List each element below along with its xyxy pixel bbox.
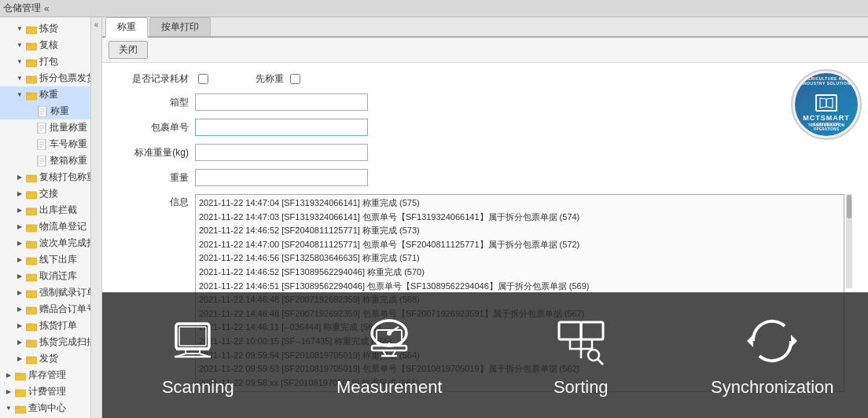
- record-material-checkbox[interactable]: [198, 74, 208, 84]
- folder-icon: [25, 73, 38, 84]
- sorting-label: Sorting: [554, 377, 609, 398]
- tree-item-label: 出库拦截: [39, 204, 77, 217]
- sidebar-item-sb-22[interactable]: ▶库存管理: [0, 367, 90, 383]
- folder-icon: [25, 337, 38, 348]
- expander-icon: ▶: [14, 354, 25, 365]
- tree-item-label: 取消迁库: [39, 270, 77, 283]
- svg-rect-3: [26, 43, 31, 46]
- overlay-item-synchronization[interactable]: Synchronization: [693, 313, 851, 398]
- svg-point-83: [588, 350, 599, 361]
- svg-marker-86: [747, 335, 753, 347]
- tree-item-label: 车号称重: [50, 138, 87, 151]
- expander-icon: ▶: [14, 271, 25, 282]
- package-no-input[interactable]: [195, 119, 368, 136]
- sidebar-item-sb-12[interactable]: ▶出库拦截: [0, 202, 90, 218]
- sidebar-item-sb-1[interactable]: ▼拣货: [0, 20, 90, 37]
- info-line: 2021-11-22 14:47:03 [SF1319324066141] 包票…: [199, 211, 840, 225]
- main-layout: ▼拣货▼复核▼打包▼拆分包票发货▼称重称重批量称重车号称重整箱称重▶复核打包称重…: [0, 17, 868, 418]
- folder-icon: [25, 271, 38, 282]
- sidebar-item-sb-18[interactable]: ▶赠品合订单号入: [0, 301, 90, 317]
- synchronization-icon: [744, 313, 800, 369]
- weight-input[interactable]: [195, 169, 368, 186]
- tree-item-label: 称重: [39, 88, 58, 101]
- top-bar: 仓储管理 «: [0, 0, 868, 17]
- tree-item-label: 整箱称重: [50, 154, 87, 167]
- sidebar-item-sb-10[interactable]: ▶复核打包称重: [0, 169, 90, 185]
- sidebar-item-sb-9[interactable]: 整箱称重: [0, 152, 90, 169]
- sidebar-item-sb-15[interactable]: ▶线下出库: [0, 251, 90, 268]
- svg-rect-7: [26, 76, 31, 79]
- folder-icon: [25, 222, 38, 233]
- tree-item-label: 计费管理: [28, 385, 66, 398]
- svg-rect-49: [26, 357, 31, 359]
- sidebar-item-sb-24[interactable]: ▼查询中心: [0, 400, 90, 416]
- sidebar-item-sb-7[interactable]: 批量称重: [0, 119, 90, 136]
- svg-rect-69: [186, 349, 200, 354]
- sorting-icon: [553, 313, 609, 369]
- svg-rect-45: [26, 324, 31, 326]
- folder-icon: [25, 172, 38, 183]
- folder-icon: [25, 24, 38, 35]
- sidebar: ▼拣货▼复核▼打包▼拆分包票发货▼称重称重批量称重车号称重整箱称重▶复核打包称重…: [0, 17, 102, 418]
- sidebar-item-sb-19[interactable]: ▶拣货打单: [0, 317, 90, 334]
- tree-item-label: 批量称重: [50, 121, 87, 134]
- tree-item-label: 拣货: [39, 22, 58, 35]
- box-type-input[interactable]: [195, 94, 368, 111]
- expander-icon: ▶: [14, 337, 25, 348]
- pre-weight-checkbox[interactable]: [290, 74, 300, 84]
- info-line: 2021-11-22 14:46:51 [SF13089562294046] 包…: [199, 280, 840, 294]
- info-label: 信息: [118, 194, 189, 209]
- tab-tab-1[interactable]: 称重: [105, 17, 148, 38]
- expander-icon: ▼: [14, 73, 25, 84]
- sidebar-item-sb-17[interactable]: ▶强制赋录订单: [0, 284, 90, 301]
- standard-weight-input[interactable]: [195, 144, 368, 161]
- tree-item-label: 复核: [39, 38, 58, 52]
- tree-item-label: 库存管理: [28, 368, 66, 382]
- record-material-row: 是否记录耗材 先称重: [118, 72, 852, 86]
- expander-icon: ▼: [14, 40, 25, 51]
- app-title: 仓储管理: [3, 2, 41, 15]
- folder-icon: [25, 57, 38, 68]
- package-no-label: 包裹单号: [118, 121, 189, 134]
- svg-rect-31: [26, 208, 31, 211]
- tab-bar: 称重按单打印: [102, 17, 868, 38]
- sidebar-item-sb-6[interactable]: 称重: [0, 103, 90, 119]
- sidebar-item-sb-3[interactable]: ▼打包: [0, 53, 90, 70]
- close-button[interactable]: 关闭: [108, 41, 148, 59]
- expander-icon: ▼: [3, 403, 14, 414]
- tab-tab-2[interactable]: 按单打印: [149, 17, 211, 36]
- sidebar-item-sb-14[interactable]: ▶波次单完成扫描: [0, 235, 90, 251]
- sidebar-item-sb-20[interactable]: ▶拣货完成扫描: [0, 334, 90, 350]
- collapse-btn[interactable]: «: [44, 3, 50, 14]
- info-scrollbar[interactable]: [846, 194, 852, 288]
- overlay-item-scanning[interactable]: Scanning: [120, 313, 277, 398]
- logo-circle: AGRICULTURE ANDINDUSTRY SOLUTION MCTSMAR…: [791, 69, 862, 140]
- folder-icon: [25, 354, 38, 365]
- scanning-icon: [170, 313, 226, 369]
- measurement-icon: [361, 313, 417, 369]
- info-line: 2021-11-22 14:47:00 [SF2040811125771] 包票…: [199, 238, 840, 252]
- sidebar-item-sb-4[interactable]: ▼拆分包票发货: [0, 70, 90, 86]
- svg-rect-29: [26, 192, 31, 194]
- sidebar-item-sb-11[interactable]: ▶交接: [0, 185, 90, 202]
- folder-icon: [14, 387, 27, 398]
- sidebar-collapse-btn[interactable]: «: [90, 17, 101, 418]
- svg-rect-33: [26, 225, 31, 227]
- svg-rect-35: [26, 241, 31, 244]
- svg-rect-5: [26, 60, 31, 62]
- svg-rect-47: [26, 340, 31, 343]
- sidebar-item-sb-13[interactable]: ▶物流单登记: [0, 218, 90, 235]
- sidebar-item-sb-21[interactable]: ▶发货: [0, 350, 90, 367]
- expander-icon: ▶: [14, 189, 25, 200]
- sidebar-item-sb-16[interactable]: ▶取消迁库: [0, 268, 90, 284]
- overlay-item-measurement[interactable]: Measurement: [311, 313, 468, 398]
- sidebar-item-sb-23[interactable]: ▶计费管理: [0, 383, 90, 400]
- folder-icon: [25, 255, 38, 266]
- sidebar-item-sb-2[interactable]: ▼复核: [0, 37, 90, 53]
- overlay-item-sorting[interactable]: Sorting: [502, 313, 660, 398]
- sidebar-item-sb-8[interactable]: 车号称重: [0, 136, 90, 152]
- svg-marker-85: [791, 335, 797, 347]
- sidebar-item-sb-5[interactable]: ▼称重: [0, 86, 90, 103]
- svg-rect-37: [26, 258, 31, 260]
- svg-rect-67: [179, 327, 206, 346]
